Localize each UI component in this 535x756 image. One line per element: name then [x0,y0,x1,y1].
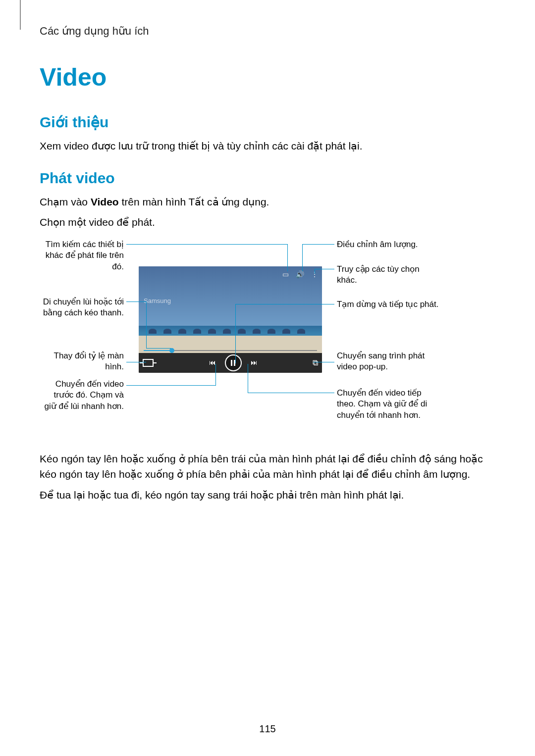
leader [126,385,215,386]
leader [315,269,334,269]
leader [126,302,146,302]
aspect-ratio-button[interactable] [143,359,154,367]
umbrella-row [139,325,322,340]
leader [146,302,147,349]
p1-post: trên màn hình Tất cả ứng dụng. [119,196,269,207]
skip-next-icon[interactable]: ⏭ [251,357,258,368]
callout-search-devices: Tìm kiếm các thiết bị khác để phát file … [40,239,124,273]
callout-pause: Tạm dừng và tiếp tục phát. [337,299,441,310]
callout-scrub: Di chuyển lùi hoặc tới bằng cách kéo tha… [40,297,124,319]
leader [126,244,287,245]
callout-prev: Chuyển đến video trước đó. Chạm và giữ đ… [40,379,124,413]
intro-paragraph: Xem video được lưu trữ trong thiết bị và… [40,138,495,154]
pause-icon [231,360,235,366]
popup-player-button[interactable]: ⧉ [313,357,318,369]
leader [248,393,334,393]
play-paragraph-2: Chọn một video để phát. [40,214,495,230]
callout-popup: Chuyển sang trình phát video pop-up. [337,351,441,373]
leader [126,362,146,362]
breadcrumb: Các ứng dụng hữu ích [40,23,495,39]
section-heading-play: Phát video [40,167,495,189]
leader [215,364,216,386]
video-title-overlay: Samsung [144,296,171,306]
skip-prev-icon[interactable]: ⏮ [209,357,216,368]
scrubber-thumb[interactable] [169,348,174,353]
leader [235,304,236,363]
scrubber-fill [144,350,171,351]
page-number: 115 [0,721,535,736]
play-paragraph-1: Chạm vào Video trên màn hình Tất cả ứng … [40,194,495,210]
section-heading-intro: Giới thiệu [40,111,495,133]
popup-icon: ⧉ [313,357,318,369]
video-player-figure: Samsung ▭ 🔊 ⋮ ⏮ ⏭ [40,239,495,442]
page-title: Video [40,59,495,96]
control-bar: ⏮ ⏭ ⧉ [139,353,322,373]
side-rule [20,0,21,30]
video-player-screenshot: Samsung ▭ 🔊 ⋮ ⏮ ⏭ [139,266,322,373]
leader [315,269,315,274]
scrubber[interactable] [139,348,322,353]
leader [313,362,334,362]
cast-icon[interactable]: ▭ [282,269,289,280]
volume-icon[interactable]: 🔊 [296,269,304,280]
pause-button[interactable] [225,354,242,371]
leader [287,244,288,271]
leader [146,348,171,349]
callout-aspect: Thay đổi tỷ lệ màn hình. [40,351,124,373]
p1-pre: Chạm vào [40,196,91,207]
manual-page: Các ứng dụng hữu ích Video Giới thiệu Xe… [0,0,535,756]
leader [302,244,334,245]
p1-bold: Video [91,196,119,207]
aspect-icon [143,359,154,367]
leader [248,364,248,393]
after-figure-p1: Kéo ngón tay lên hoặc xuống ở phía bên t… [40,451,495,482]
callout-volume: Điều chỉnh âm lượng. [337,239,441,251]
callout-next: Chuyển đến video tiếp theo. Chạm và giữ … [337,388,441,422]
after-figure-p2: Để tua lại hoặc tua đi, kéo ngón tay san… [40,487,495,503]
leader [235,304,334,304]
leader [302,244,303,271]
callout-more: Truy cập các tùy chọn khác. [337,264,441,287]
